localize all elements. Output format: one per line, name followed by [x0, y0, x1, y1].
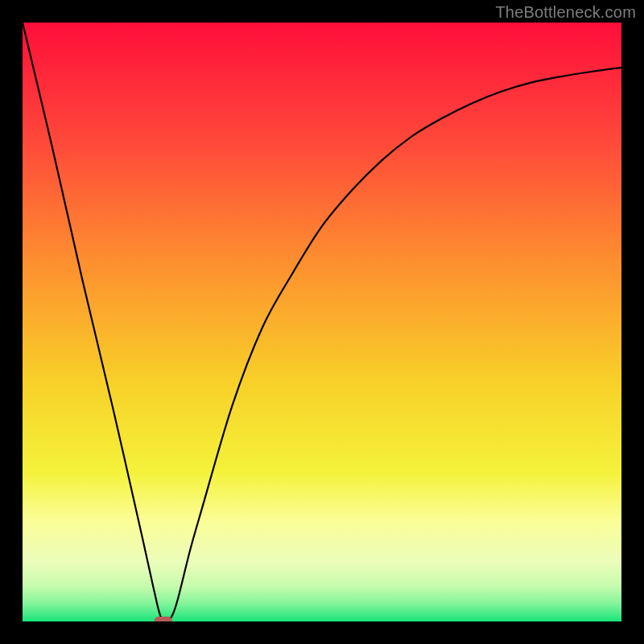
- min-marker: [155, 617, 172, 621]
- bottleneck-chart: [23, 23, 621, 621]
- attribution-text: TheBottleneck.com: [495, 3, 636, 22]
- plot-background: [23, 23, 621, 621]
- chart-frame: TheBottleneck.com: [0, 0, 644, 644]
